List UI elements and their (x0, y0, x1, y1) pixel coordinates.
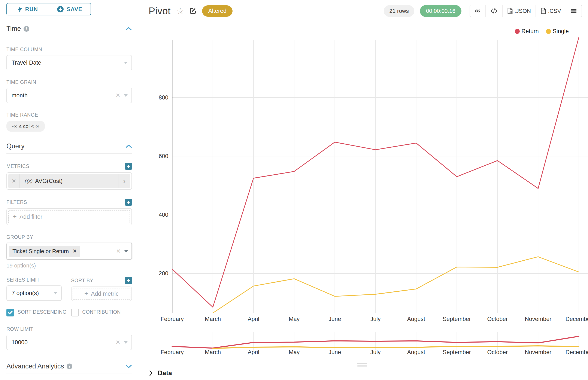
export-csv-label: .CSV (548, 8, 561, 14)
export-json-button[interactable]: .JSON (502, 5, 536, 17)
chevron-down-icon[interactable] (125, 364, 132, 368)
legend-item-return[interactable]: Return (515, 28, 539, 35)
chevron-right-icon (149, 370, 153, 376)
series-limit-select[interactable]: 7 option(s) (6, 285, 62, 301)
chevron-down-icon[interactable] (124, 62, 128, 64)
svg-text:March: March (205, 349, 221, 355)
csv-file-icon (541, 8, 546, 14)
more-options-button[interactable] (566, 5, 582, 17)
chart-header: Pivot ☆ Altered 21 rows 00:00:00.16 .JSO… (149, 5, 582, 17)
advanced-analytics-header[interactable]: Advanced Analytics i (6, 362, 132, 370)
single-series-label: Single (553, 28, 569, 35)
plus-icon: + (84, 290, 88, 297)
add-sort-metric-dropzone[interactable]: + Add metric (73, 288, 130, 300)
data-panel-toggle[interactable]: Data (149, 369, 172, 377)
json-file-icon (507, 8, 513, 14)
run-save-button-group: RUN SAVE (6, 3, 91, 15)
svg-text:May: May (289, 316, 300, 322)
row-limit-select[interactable]: 10000 ✕ (6, 335, 132, 350)
time-section-header[interactable]: Time i (6, 25, 132, 33)
checkbox-row: SORT DESCENDING CONTRIBUTION (6, 308, 132, 316)
metrics-control: ✕ ƒ(x) AVG(Cost) › (6, 172, 132, 190)
time-grain-select[interactable]: month ✕ (6, 88, 132, 103)
chevron-down-icon[interactable] (124, 341, 128, 344)
svg-text:November: November (525, 349, 552, 355)
menu-icon (571, 8, 577, 14)
metric-item[interactable]: ✕ ƒ(x) AVG(Cost) › (8, 174, 130, 188)
svg-text:October: October (487, 349, 508, 355)
link-icon (475, 8, 481, 14)
svg-text:December: December (566, 316, 588, 322)
favorite-star-icon[interactable]: ☆ (176, 7, 184, 15)
chevron-up-icon[interactable] (125, 27, 132, 31)
code-icon (490, 8, 497, 14)
time-column-label: TIME COLUMN (6, 47, 132, 52)
sort-descending-option[interactable]: SORT DESCENDING (6, 308, 71, 316)
save-button[interactable]: SAVE (49, 3, 91, 15)
remove-tag-icon[interactable]: ✕ (73, 248, 77, 254)
group-by-select[interactable]: Ticket Single or Return ✕ ✕ (6, 243, 132, 260)
svg-text:May: May (289, 349, 300, 355)
limit-sort-row: SERIES LIMIT 7 option(s) SORT BY + + Add… (6, 269, 132, 301)
chart-legend: Return Single (515, 28, 569, 35)
filters-label: FILTERS + (6, 199, 132, 206)
series-limit-label: SERIES LIMIT (6, 277, 62, 283)
add-filter-text: Add filter (20, 213, 42, 220)
chevron-down-icon[interactable] (124, 94, 128, 97)
remove-metric-icon[interactable]: ✕ (8, 174, 20, 188)
clear-icon[interactable]: ✕ (115, 339, 120, 346)
clear-icon[interactable]: ✕ (116, 248, 121, 255)
run-button[interactable]: RUN (7, 3, 49, 15)
legend-item-single[interactable]: Single (546, 28, 569, 35)
filters-label-text: FILTERS (6, 199, 27, 205)
svg-text:600: 600 (159, 153, 168, 159)
copy-link-button[interactable] (470, 5, 486, 17)
sort-descending-label: SORT DESCENDING (18, 308, 67, 316)
svg-text:April: April (248, 316, 259, 322)
sort-descending-checkbox[interactable] (6, 309, 14, 316)
group-by-label: GROUP BY (6, 234, 132, 240)
chevron-right-icon[interactable]: › (118, 174, 130, 188)
chevron-up-icon[interactable] (125, 144, 132, 148)
plus-icon: + (13, 213, 17, 220)
contribution-option[interactable]: CONTRIBUTION (71, 308, 121, 316)
query-section-title: Query (6, 142, 24, 150)
data-panel-label: Data (158, 369, 172, 377)
add-metric-button[interactable]: + (125, 163, 132, 170)
time-column-select[interactable]: Travel Date (6, 55, 132, 70)
svg-text:February: February (161, 349, 184, 355)
time-range-pill[interactable]: -∞ ≤ col < ∞ (6, 121, 45, 132)
return-series-dot (515, 29, 520, 34)
edit-properties-icon[interactable] (189, 7, 197, 15)
check-icon (8, 310, 13, 315)
explore-page: RUN SAVE Time i TIME COLUMN Travel Date … (0, 0, 588, 380)
svg-text:April: April (248, 349, 259, 355)
add-filter-button[interactable]: + (125, 199, 132, 206)
svg-text:200: 200 (159, 270, 168, 277)
svg-text:June: June (328, 349, 341, 355)
chart-panel: 200400600800FebruaryFebruaryMarchMarchAp… (139, 0, 588, 380)
advanced-analytics-title: Advanced Analytics (6, 362, 64, 370)
save-button-label: SAVE (67, 6, 82, 13)
time-section-title: Time (6, 25, 21, 33)
panel-resize-handle[interactable] (357, 363, 367, 368)
clear-icon[interactable]: ✕ (115, 92, 120, 99)
group-by-tag-label: Ticket Single or Return (12, 248, 69, 255)
query-section-header[interactable]: Query (6, 142, 132, 150)
contribution-checkbox[interactable] (71, 309, 79, 316)
export-csv-button[interactable]: .CSV (536, 5, 566, 17)
add-filter-dropzone[interactable]: + Add filter (8, 210, 130, 223)
line-chart[interactable]: 200400600800FebruaryFebruaryMarchMarchAp… (139, 0, 588, 380)
metrics-label: METRICS + (6, 163, 132, 170)
control-panel: RUN SAVE Time i TIME COLUMN Travel Date … (0, 0, 139, 380)
chevron-down-icon[interactable] (54, 292, 57, 294)
svg-text:June: June (328, 316, 341, 322)
sort-by-label: SORT BY + (71, 277, 132, 284)
altered-badge[interactable]: Altered (202, 5, 233, 17)
add-sort-metric-button[interactable]: + (125, 277, 132, 284)
chevron-down-icon[interactable] (124, 250, 128, 252)
svg-text:September: September (443, 316, 471, 322)
single-series-dot (546, 29, 551, 34)
embed-code-button[interactable] (486, 5, 502, 17)
time-range-label: TIME RANGE (6, 112, 132, 118)
